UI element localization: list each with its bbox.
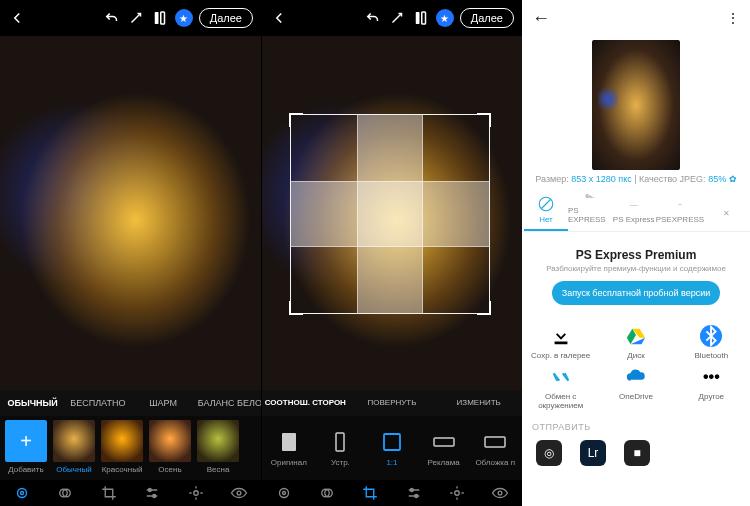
tool-eye-icon[interactable] — [230, 484, 248, 502]
thumb-autumn[interactable]: Осень — [148, 420, 192, 474]
tool-eye-icon[interactable] — [491, 484, 509, 502]
tab-normal[interactable]: ОБЫЧНЫЙ — [0, 392, 65, 414]
photo-canvas[interactable] — [0, 36, 261, 390]
svg-rect-15 — [434, 438, 454, 446]
tool-bar — [0, 480, 261, 506]
tool-crop-icon[interactable] — [100, 484, 118, 502]
editor-filters-panel: ★ Далее ОБЫЧНЫЙ БЕСПЛАТНО ШАРМ БАЛАНС БЕ… — [0, 0, 261, 506]
photo-canvas-crop[interactable] — [262, 36, 522, 390]
preview-image — [592, 40, 680, 170]
crop-handle-tl[interactable] — [289, 113, 303, 127]
svg-point-23 — [455, 491, 460, 496]
tool-overlay-icon[interactable] — [318, 484, 336, 502]
svg-rect-1 — [161, 12, 165, 24]
share-drive[interactable]: Диск — [599, 325, 672, 360]
send-apps-row: ◎ Lr ■ — [522, 436, 750, 470]
share-bluetooth[interactable]: Bluetooth — [675, 325, 748, 360]
tool-adjust-icon[interactable] — [143, 484, 161, 502]
svg-point-7 — [153, 495, 156, 498]
magic-icon[interactable] — [127, 9, 145, 27]
svg-point-8 — [194, 491, 199, 496]
send-header: ОТПРАВИТЬ — [522, 412, 750, 436]
tool-crop-icon[interactable] — [361, 484, 379, 502]
crop-handle-bl[interactable] — [289, 301, 303, 315]
tab-charm[interactable]: ШАРМ — [131, 392, 196, 414]
export-topbar: ← ⋮ — [522, 0, 750, 36]
next-button[interactable]: Далее — [199, 8, 253, 28]
undo-icon[interactable] — [103, 9, 121, 27]
share-nearby[interactable]: Обмен с окружением — [524, 366, 597, 410]
magic-icon[interactable] — [388, 9, 406, 27]
settings-gear-icon: ✿ — [729, 174, 737, 184]
premium-promo: PS Express Premium Разблокируйте премиум… — [530, 248, 742, 305]
share-grid: Сохр. в галерее Диск Bluetooth Обмен с о… — [522, 313, 750, 412]
next-button[interactable]: Далее — [460, 8, 514, 28]
svg-point-6 — [149, 489, 152, 492]
tool-adjust-icon[interactable] — [405, 484, 423, 502]
thumb-colorful[interactable]: Красочный — [100, 420, 144, 474]
compare-icon[interactable] — [151, 9, 169, 27]
topbar: ★ Далее — [262, 0, 522, 36]
undo-icon[interactable] — [364, 9, 382, 27]
share-onedrive[interactable]: OneDrive — [599, 366, 672, 410]
tool-looks-icon[interactable] — [275, 484, 293, 502]
wm-logo3[interactable]: ~PSEXPRESS — [656, 195, 704, 231]
ratio-cover[interactable]: Обложка п — [474, 430, 516, 467]
tab-rotate[interactable]: ПОВЕРНУТЬ — [349, 396, 436, 411]
star-icon[interactable]: ★ — [175, 9, 193, 27]
tool-heal-icon[interactable] — [448, 484, 466, 502]
editor-crop-panel: ★ Далее СООТНОШ. СТОРОН ПОВЕРНУТЬ ИЗМЕНИ… — [261, 0, 522, 506]
filter-thumbs: +Добавить Обычный Красочный Осень Весна — [0, 416, 261, 480]
tool-heal-icon[interactable] — [187, 484, 205, 502]
filter-category-tabs: ОБЫЧНЫЙ БЕСПЛАТНО ШАРМ БАЛАНС БЕЛОГО — [0, 390, 261, 416]
svg-point-22 — [414, 495, 417, 498]
share-save-gallery[interactable]: Сохр. в галерее — [524, 325, 597, 360]
send-app-1[interactable]: ◎ — [536, 440, 562, 466]
premium-subtitle: Разблокируйте премиум-функции и содержим… — [530, 264, 742, 273]
wm-logo2[interactable]: —PS Express — [612, 195, 656, 231]
export-panel: ← ⋮ Размер: 853 x 1280 пкс | Качество JP… — [522, 0, 750, 506]
tab-wb[interactable]: БАЛАНС БЕЛОГО — [196, 392, 261, 414]
ratio-original[interactable]: Оригинал — [268, 430, 310, 467]
crop-mode-tabs: СООТНОШ. СТОРОН ПОВЕРНУТЬ ИЗМЕНИТЬ — [262, 390, 522, 416]
watermark-tabs: Нет ๛PS EXPRESS —PS Express ~PSEXPRESS ✕ — [522, 188, 750, 232]
svg-point-2 — [17, 489, 26, 498]
export-info[interactable]: Размер: 853 x 1280 пкс | Качество JPEG: … — [535, 174, 736, 184]
back-icon[interactable] — [270, 9, 288, 27]
thumb-add[interactable]: +Добавить — [4, 420, 48, 474]
svg-rect-12 — [282, 433, 296, 451]
back-icon[interactable] — [8, 9, 26, 27]
tab-free[interactable]: БЕСПЛАТНО — [65, 392, 130, 414]
send-app-3[interactable]: ■ — [624, 440, 650, 466]
premium-trial-button[interactable]: Запуск бесплатной пробной версии — [552, 281, 721, 305]
tab-aspect[interactable]: СООТНОШ. СТОРОН — [262, 396, 349, 411]
ratio-ad[interactable]: Реклама — [423, 430, 465, 467]
export-preview: Размер: 853 x 1280 пкс | Качество JPEG: … — [522, 36, 750, 188]
wm-logo1[interactable]: ๛PS EXPRESS — [568, 186, 612, 231]
ratio-device[interactable]: Устр. — [320, 430, 362, 467]
svg-point-9 — [237, 491, 241, 495]
thumb-spring[interactable]: Весна — [196, 420, 240, 474]
svg-point-18 — [282, 492, 285, 495]
svg-rect-11 — [422, 12, 426, 24]
compare-icon[interactable] — [412, 9, 430, 27]
wm-logo4[interactable]: ✕ — [704, 204, 748, 231]
svg-point-24 — [498, 491, 502, 495]
svg-rect-14 — [384, 434, 400, 450]
tool-overlay-icon[interactable] — [56, 484, 74, 502]
svg-rect-13 — [336, 433, 344, 451]
crop-box[interactable] — [290, 114, 490, 314]
send-app-lr[interactable]: Lr — [580, 440, 606, 466]
crop-handle-tr[interactable] — [477, 113, 491, 127]
ratio-1-1[interactable]: 1:1 — [371, 430, 413, 467]
back-icon[interactable]: ← — [532, 8, 550, 29]
tool-looks-icon[interactable] — [13, 484, 31, 502]
svg-point-21 — [410, 489, 413, 492]
wm-none[interactable]: Нет — [524, 195, 568, 231]
thumb-normal[interactable]: Обычный — [52, 420, 96, 474]
tab-resize[interactable]: ИЗМЕНИТЬ — [435, 396, 522, 411]
share-more[interactable]: •••Другое — [675, 366, 748, 410]
overflow-icon[interactable]: ⋮ — [726, 10, 740, 26]
crop-handle-br[interactable] — [477, 301, 491, 315]
star-icon[interactable]: ★ — [436, 9, 454, 27]
